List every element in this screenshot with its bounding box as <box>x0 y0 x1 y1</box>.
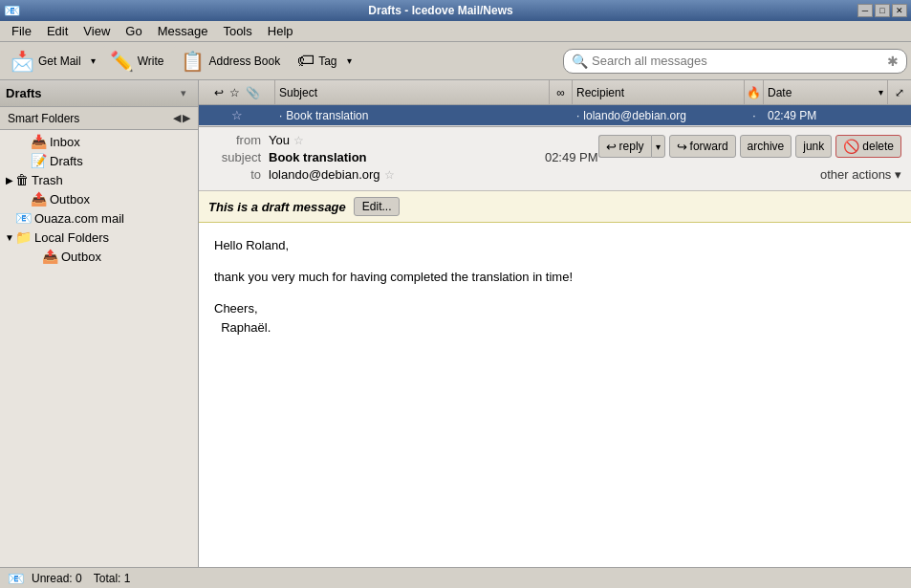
search-icon: 🔍 <box>572 54 588 69</box>
date-sort-icon[interactable]: ▾ <box>878 87 883 98</box>
reply-button[interactable]: ↩ reply ▾ <box>598 135 665 158</box>
address-book-label: Address Book <box>208 54 280 68</box>
close-button[interactable]: ✕ <box>892 4 907 17</box>
menu-go[interactable]: Go <box>118 22 149 40</box>
nav-prev[interactable]: ◀ <box>173 112 181 124</box>
search-end-icon[interactable]: ✱ <box>887 54 899 69</box>
msg-junk-cell: · <box>745 105 764 125</box>
write-button[interactable]: ✏️ Write <box>103 46 171 76</box>
from-label: from <box>208 133 261 147</box>
get-mail-main[interactable]: 📩 Get Mail <box>4 46 87 76</box>
msg-dot2: · <box>576 109 579 122</box>
col-recipient[interactable]: Recipient <box>573 80 745 104</box>
msg-time: 02:49 PM <box>545 150 598 164</box>
delete-button[interactable]: 🚫 delete <box>835 135 901 158</box>
menu-help[interactable]: Help <box>260 22 301 40</box>
menu-view[interactable]: View <box>76 22 118 40</box>
col-expand[interactable]: ⤢ <box>888 80 911 104</box>
subject-label: subject <box>208 150 261 164</box>
tag-button[interactable]: 🏷 Tag ▾ <box>291 47 355 75</box>
other-actions-button[interactable]: other actions ▾ <box>820 167 901 182</box>
message-list-header: ↩ ☆ 📎 Subject ∞ Recipient 🔥 Date <box>199 80 911 105</box>
tag-arrow[interactable]: ▾ <box>343 47 356 75</box>
edit-button[interactable]: Edit... <box>354 197 401 216</box>
msg-star-icon[interactable]: ☆ <box>231 108 243 122</box>
msg-subject: Book translation <box>286 109 368 122</box>
smart-folders-bar: Smart Folders ◀ ▶ <box>0 107 198 130</box>
folder-item-drafts[interactable]: 📝 Drafts <box>0 151 198 170</box>
tag-main[interactable]: 🏷 Tag <box>291 47 342 75</box>
preview-pane: ↩ reply ▾ ↪ forward archive junk <box>199 127 911 567</box>
from-value: You <box>269 133 290 147</box>
col-junk[interactable]: 🔥 <box>745 80 764 104</box>
get-mail-icon: 📩 <box>11 50 34 73</box>
col-subject[interactable]: Subject <box>275 80 550 104</box>
local-icon: 📁 <box>15 229 32 245</box>
from-row: from You ☆ <box>208 133 598 147</box>
msg-header: ↩ reply ▾ ↪ forward archive junk <box>199 127 911 191</box>
folder-item-inbox[interactable]: 📥 Inbox <box>0 132 198 151</box>
sidebar: Drafts ▾ Smart Folders ◀ ▶ 📥 Inbox 📝 Dra… <box>0 80 199 567</box>
folder-item-local-outbox[interactable]: 📤 Outbox <box>0 247 198 266</box>
menu-file[interactable]: File <box>4 22 39 40</box>
subject-row: subject Book translation 02:49 PM <box>208 150 598 164</box>
body-line3: thank you very much for having completed… <box>214 268 896 288</box>
ouaza-icon: 📧 <box>15 210 32 226</box>
subject-value: Book translation <box>269 150 367 164</box>
col-thread[interactable]: ∞ <box>550 80 573 104</box>
folder-item-trash[interactable]: ▶ 🗑 Trash <box>0 170 198 189</box>
sidebar-collapse-button[interactable]: ▾ <box>175 80 192 106</box>
smart-folders-label: Smart Folders <box>8 112 173 125</box>
drafts-icon: 📝 <box>31 153 47 168</box>
toggle-trash[interactable]: ▶ <box>4 175 15 185</box>
maximize-button[interactable]: □ <box>875 4 890 17</box>
msg-date: 02:49 PM <box>768 109 816 122</box>
reply-main[interactable]: ↩ reply <box>598 135 651 158</box>
status-icon: 📧 <box>8 571 24 586</box>
right-panel: ↩ ☆ 📎 Subject ∞ Recipient 🔥 Date <box>199 80 911 567</box>
forward-button[interactable]: ↪ forward <box>669 135 736 158</box>
draft-notice-text: This is a draft message <box>208 200 346 214</box>
body-line6: Raphaël. <box>214 318 896 338</box>
titlebar: 📧 Drafts - Icedove Mail/News ─ □ ✕ <box>0 0 911 21</box>
menu-message[interactable]: Message <box>150 22 216 40</box>
msg-dot3: · <box>752 109 755 122</box>
archive-button[interactable]: archive <box>740 135 792 158</box>
folder-item-outbox[interactable]: 📤 Outbox <box>0 189 198 208</box>
toggle-local[interactable]: ▼ <box>4 232 15 243</box>
forward-icon: ↪ <box>677 140 687 154</box>
menu-tools[interactable]: Tools <box>215 22 259 40</box>
search-input[interactable] <box>592 54 887 68</box>
msg-recipient-cell: · lolando@debian.org <box>573 105 745 125</box>
folder-list: 📥 Inbox 📝 Drafts ▶ 🗑 Trash 📤 Outbox <box>0 130 198 567</box>
local-label: Local Folders <box>34 230 109 245</box>
to-row: to lolando@debian.org ☆ other actions ▾ <box>208 167 901 182</box>
toggle-inbox <box>19 137 31 147</box>
address-book-button[interactable]: 📋 Address Book <box>174 46 287 76</box>
tag-icon: 🏷 <box>297 51 315 71</box>
to-star[interactable]: ☆ <box>384 168 395 182</box>
message-row[interactable]: ☆ · Book translation · lolando@debian.or… <box>199 105 911 126</box>
junk-button[interactable]: junk <box>795 135 832 158</box>
get-mail-button[interactable]: 📩 Get Mail ▾ <box>4 46 99 76</box>
nav-next[interactable]: ▶ <box>183 112 190 124</box>
folder-item-ouaza[interactable]: 📧 Ouaza.com mail <box>0 208 198 228</box>
menu-edit[interactable]: Edit <box>39 22 76 40</box>
col-date[interactable]: Date ▾ <box>764 80 888 104</box>
inbox-icon: 📥 <box>31 134 47 149</box>
search-box[interactable]: 🔍 ✱ <box>563 49 907 74</box>
star-col-icon: ☆ <box>229 86 240 99</box>
get-mail-arrow[interactable]: ▾ <box>87 46 99 76</box>
reply-arrow[interactable]: ▾ <box>651 135 665 158</box>
junk-col-icon: 🔥 <box>747 86 761 99</box>
drafts-label: Drafts <box>50 154 83 168</box>
date-col-label: Date <box>768 86 792 99</box>
msg-body: Hello Roland, thank you very much for ha… <box>199 223 911 567</box>
from-star[interactable]: ☆ <box>293 134 304 147</box>
to-value: lolando@debian.org <box>269 167 380 182</box>
total-count: Total: 1 <box>94 572 131 585</box>
subject-col-label: Subject <box>279 86 317 99</box>
minimize-button[interactable]: ─ <box>857 4 873 17</box>
folder-item-local[interactable]: ▼ 📁 Local Folders <box>0 228 198 247</box>
ouaza-label: Ouaza.com mail <box>34 211 124 226</box>
